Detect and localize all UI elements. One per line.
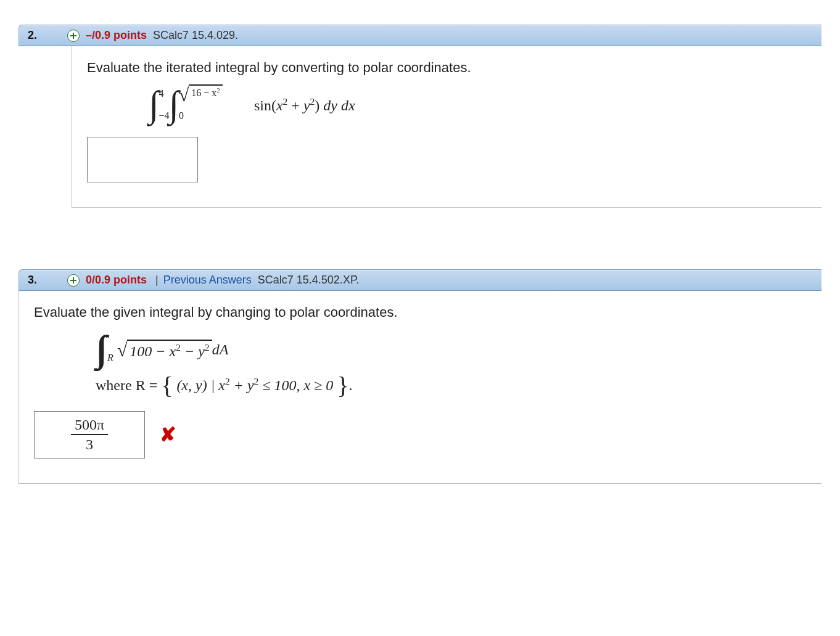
- inner-lower-limit: 0: [179, 110, 184, 121]
- outer-lower-limit: −4: [159, 110, 169, 121]
- answer-input[interactable]: 500π 3: [34, 411, 145, 459]
- integral-expression: ∫∫ R √ 100 − x2 − y2 dA: [96, 334, 228, 364]
- question-prompt: Evaluate the iterated integral by conver…: [87, 60, 807, 76]
- integral-expression: ∫ 4 −4 ∫ √ 16 − x2 0: [149, 89, 355, 120]
- question-number: 3.: [28, 274, 67, 287]
- region-subscript: R: [107, 353, 113, 364]
- points-label: –/0.9 points: [86, 29, 147, 42]
- plus-icon[interactable]: [67, 274, 80, 287]
- question-3: 3. 0/0.9 points | Previous Answers SCalc…: [19, 269, 821, 483]
- separator: |: [155, 274, 159, 287]
- answer-input[interactable]: [87, 137, 198, 182]
- question-header: 3. 0/0.9 points | Previous Answers SCalc…: [19, 269, 821, 291]
- sqrt-expression: √ 100 − x2 − y2: [117, 340, 212, 359]
- integrand: sin(x2 + y2) dy dx: [254, 96, 355, 113]
- points-label: 0/0.9 points: [86, 274, 147, 287]
- plus-icon[interactable]: [67, 30, 80, 42]
- answer-fraction: 500π 3: [71, 417, 108, 453]
- question-prompt: Evaluate the given integral by changing …: [34, 304, 807, 320]
- question-number: 2.: [28, 29, 67, 42]
- question-body: Evaluate the given integral by changing …: [19, 291, 821, 483]
- differential: dA: [212, 341, 229, 357]
- inner-upper-limit: √ 16 − x2: [179, 84, 223, 103]
- question-header: 2. –/0.9 points SCalc7 15.4.029.: [19, 25, 821, 46]
- question-2: 2. –/0.9 points SCalc7 15.4.029. Evaluat…: [19, 25, 821, 208]
- incorrect-icon: ✘: [160, 423, 176, 446]
- outer-upper-limit: 4: [159, 88, 163, 99]
- region-definition: where R = { (x, y) | x2 + y2 ≤ 100, x ≥ …: [96, 376, 807, 394]
- reference-code: SCalc7 15.4.029.: [153, 29, 238, 42]
- question-body: Evaluate the iterated integral by conver…: [72, 46, 821, 208]
- previous-answers-link[interactable]: Previous Answers: [163, 274, 252, 287]
- reference-code: SCalc7 15.4.502.XP.: [258, 274, 360, 287]
